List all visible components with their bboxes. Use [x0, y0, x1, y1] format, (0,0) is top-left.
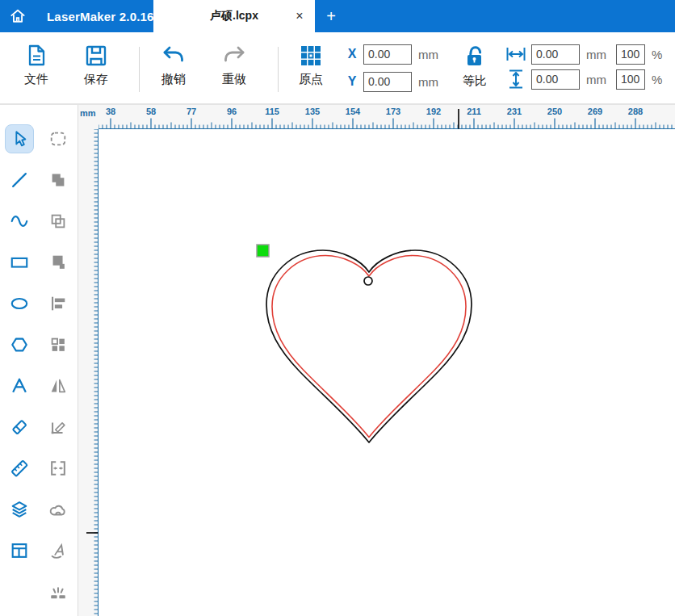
- height-percent-label: %: [652, 73, 662, 86]
- height-input[interactable]: [531, 69, 580, 90]
- heart-hole-circle[interactable]: [364, 277, 372, 285]
- x-position-input[interactable]: [363, 44, 412, 65]
- proportional-lock-label: 等比: [463, 73, 487, 89]
- height-percent-input[interactable]: [616, 69, 645, 90]
- position-inputs: X mm Y mm: [346, 44, 438, 98]
- width-percent-input[interactable]: [616, 44, 645, 65]
- svg-text:173: 173: [386, 107, 400, 116]
- size-inputs: mm % mm %: [505, 44, 662, 94]
- svg-text:115: 115: [265, 107, 279, 116]
- curve-wave-icon: [10, 212, 29, 231]
- tool-empty: [0, 571, 39, 612]
- tool-layers[interactable]: [0, 488, 39, 530]
- undo-label: 撤销: [161, 72, 186, 87]
- tool-measure[interactable]: [0, 447, 39, 488]
- home-button[interactable]: [0, 0, 36, 32]
- undo-button[interactable]: 撤销: [148, 40, 199, 98]
- tool-center-align[interactable]: [39, 447, 78, 488]
- ruler-unit-label: mm: [78, 105, 99, 129]
- x-axis-label: X: [346, 47, 358, 61]
- drawing-canvas[interactable]: [99, 129, 675, 616]
- active-tool-highlight: [5, 124, 34, 153]
- tool-curve[interactable]: [0, 200, 39, 241]
- tool-mirror[interactable]: [39, 365, 78, 406]
- titlebar: LaserMaker 2.0.16 卢硕.lcpx × +: [0, 0, 675, 32]
- svg-text:58: 58: [146, 107, 156, 116]
- polygon-icon: [10, 335, 29, 354]
- redo-label: 重做: [222, 72, 246, 87]
- height-icon: [505, 69, 526, 90]
- tool-angle-draw[interactable]: [39, 406, 78, 447]
- y-axis-label: Y: [346, 74, 358, 89]
- layers-icon: [10, 500, 29, 519]
- break-apart-icon: [48, 582, 68, 601]
- app-title: LaserMaker 2.0.16: [47, 10, 154, 23]
- tool-eraser[interactable]: [0, 406, 39, 447]
- skewed-text-icon: [48, 541, 68, 560]
- horizontal-ruler: 38587796115135154173192211231250269288: [99, 105, 675, 129]
- tool-union[interactable]: [39, 159, 78, 200]
- ruler-icon: [10, 459, 29, 478]
- workspace: mm 3858779611513515417319221123125026928…: [0, 105, 675, 616]
- tool-table[interactable]: [0, 530, 39, 571]
- file-button[interactable]: 文件: [10, 40, 62, 98]
- save-button[interactable]: 保存: [70, 40, 122, 98]
- tool-text[interactable]: [0, 365, 39, 406]
- toolbar: 文件 保存 撤销 重做: [0, 32, 675, 105]
- redo-button[interactable]: 重做: [208, 40, 260, 98]
- rectangle-icon: [10, 253, 29, 272]
- origin-marker-square: [257, 245, 269, 257]
- line-icon: [10, 170, 29, 190]
- tool-weld-cloud[interactable]: [39, 488, 78, 530]
- svg-text:231: 231: [507, 107, 522, 116]
- eraser-icon: [10, 417, 29, 437]
- origin-button[interactable]: 原点: [285, 40, 337, 98]
- tool-select[interactable]: [0, 118, 39, 159]
- width-input[interactable]: [531, 44, 580, 65]
- svg-text:77: 77: [187, 107, 196, 116]
- save-icon: [84, 44, 108, 68]
- width-icon: [505, 45, 526, 63]
- y-unit-label: mm: [418, 75, 438, 89]
- lasermaker-app: LaserMaker 2.0.16 卢硕.lcpx × + 文件 保存: [0, 0, 675, 616]
- tool-group[interactable]: [39, 324, 78, 365]
- y-position-input[interactable]: [363, 72, 412, 92]
- align-left-icon: [48, 294, 68, 313]
- tool-align-left[interactable]: [39, 283, 78, 324]
- svg-text:135: 135: [305, 107, 320, 116]
- text-icon: [10, 376, 29, 396]
- table-layout-icon: [10, 541, 29, 560]
- toolbar-divider: [139, 47, 140, 92]
- ellipse-icon: [10, 294, 29, 313]
- svg-text:211: 211: [467, 107, 481, 116]
- vertical-ruler: [78, 129, 99, 616]
- tool-text-transform[interactable]: [39, 530, 78, 571]
- svg-text:250: 250: [547, 107, 562, 116]
- document-tab[interactable]: 卢硕.lcpx ×: [153, 0, 315, 32]
- svg-text:192: 192: [426, 107, 441, 116]
- tool-line[interactable]: [0, 159, 39, 200]
- group-squares-icon: [48, 335, 68, 354]
- angle-pencil-icon: [48, 417, 68, 437]
- new-tab-button[interactable]: +: [320, 0, 342, 32]
- tool-marquee-select[interactable]: [39, 118, 78, 159]
- svg-text:154: 154: [346, 107, 361, 116]
- width-unit-label: mm: [586, 48, 606, 61]
- tool-subtract[interactable]: [39, 241, 78, 283]
- tool-ellipse[interactable]: [0, 283, 39, 324]
- svg-text:288: 288: [628, 107, 643, 116]
- marquee-select-icon: [48, 129, 68, 149]
- tool-rectangle[interactable]: [0, 241, 39, 283]
- svg-text:38: 38: [106, 107, 115, 116]
- file-label: 文件: [24, 72, 48, 87]
- tool-polygon[interactable]: [0, 324, 39, 365]
- svg-text:269: 269: [588, 107, 602, 116]
- tool-break-apart[interactable]: [39, 571, 78, 612]
- tool-combine[interactable]: [39, 200, 78, 241]
- file-icon: [24, 44, 48, 68]
- proportional-lock-button[interactable]: 等比: [449, 40, 501, 98]
- subtract-shapes-icon: [48, 253, 68, 272]
- height-unit-label: mm: [586, 73, 606, 86]
- origin-grid-icon: [299, 44, 323, 68]
- tab-close-button[interactable]: ×: [292, 9, 307, 23]
